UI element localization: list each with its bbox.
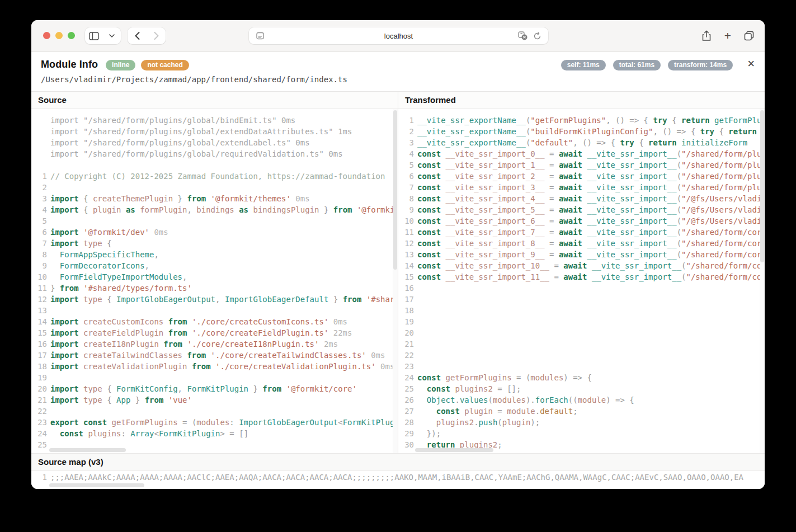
new-tab-button[interactable]: + [722,30,733,42]
status-badge: inline [106,60,135,70]
zoom-window-button[interactable] [68,32,75,39]
code-line: 12import type { ImportGlobEagerOutput, I… [31,294,398,305]
code-line: 25 const plugins2 = []; [398,383,765,394]
line-number: 1 [31,471,47,483]
line-number: 2 [398,126,414,137]
back-button[interactable] [128,27,147,44]
line-number: 17 [398,294,414,305]
module-metrics: self: 11mstotal: 61mstransform: 14ms [561,60,733,70]
code-line: 16import createI18nPlugin from './core/c… [31,338,398,350]
line-number: 7 [398,182,414,193]
sidebar-toggle-button[interactable] [85,27,121,44]
transformed-vertical-scrollbar-thumb[interactable] [760,110,764,262]
sidebar-icon [85,27,103,44]
code-line: 9const __vite_ssr_import_5__ = await __v… [398,204,765,215]
line-number: 16 [31,338,47,350]
line-number: 9 [398,204,414,215]
code-line: 13 [31,305,398,316]
code-line: 2 [31,182,398,193]
line-number: 9 [31,260,47,271]
code-line: 12const __vite_ssr_import_8__ = await __… [398,238,765,249]
code-line: 29 }); [398,428,765,439]
code-line: 6const __vite_ssr_import_2__ = await __v… [398,171,765,182]
minimize-window-button[interactable] [55,32,63,39]
tabs-icon [744,31,754,41]
line-number: 7 [31,238,47,249]
metric-pill: total: 61ms [613,60,661,70]
share-button[interactable] [701,30,712,42]
code-line: 21import type { App } from 'vue' [31,394,398,406]
line-number: 19 [398,316,414,327]
module-info-header: Module Info inlinenot cached self: 11mst… [31,52,765,84]
line-number: 18 [398,305,414,316]
code-line: 19 [31,372,398,383]
browser-window: localhost [31,20,765,489]
line-number: 23 [31,417,47,428]
code-line: 22 [31,406,398,417]
code-line: 1__vite_ssr_exportName__("getFormPlugins… [398,115,765,126]
sourcemap-mappings: ;;;AAEA;AAAkC;AAAA;AAAA;AAAA;AAClC;AAEA;… [50,473,743,482]
reload-icon [533,32,541,40]
line-number: 27 [398,406,414,417]
status-badge: not cached [141,60,189,70]
line-number: 13 [31,305,47,316]
transformed-panel: Transformed 1__vite_ssr_exportName__("ge… [398,92,765,453]
line-number: 1 [398,115,414,126]
source-vertical-scrollbar-thumb[interactable] [393,110,397,270]
line-number: 12 [31,294,47,305]
transformed-code: 1__vite_ssr_exportName__("getFormPlugins… [398,109,765,453]
line-number: 30 [398,439,414,450]
line-number: 26 [398,394,414,406]
line-number: 3 [398,137,414,148]
traffic-lights [43,32,75,39]
metric-pill: transform: 14ms [668,60,733,70]
line-number: 5 [398,159,414,171]
reload-button[interactable] [533,32,541,40]
line-number: 11 [31,283,47,294]
url-field[interactable]: localhost [249,27,548,44]
forward-button[interactable] [147,27,166,44]
line-number: 18 [31,361,47,372]
tab-overview-button[interactable] [743,30,755,42]
transformed-vertical-scrollbar[interactable] [760,109,765,453]
code-line: 5 [31,215,398,227]
code-line: 14import createCustomIcons from './core/… [31,316,398,327]
line-number: 3 [31,193,47,204]
line-number: 29 [398,428,414,439]
sourcemap-horizontal-scrollbar-thumb[interactable] [49,483,144,487]
code-line: 11const __vite_ssr_import_7__ = await __… [398,227,765,238]
code-line: 16 [398,283,765,294]
code-line: 28 plugins2.push(plugin); [398,417,765,428]
code-line: 8 FormAppSpecificTheme, [31,249,398,260]
source-map-title: Source map (v3) [31,453,765,471]
line-number: 24 [398,372,414,383]
code-line: 23export const getFormPlugins = (modules… [31,417,398,428]
close-window-button[interactable] [43,32,50,39]
back-icon [135,32,140,40]
close-button[interactable]: × [747,58,755,69]
code-line: 23 [398,361,765,372]
line-number: 6 [398,171,414,182]
code-line: 27 const plugin = module.default; [398,406,765,417]
translate-icon[interactable] [518,31,527,40]
code-line: import "/shared/form/plugins/global/requ… [31,148,398,159]
code-line: 21 [398,338,765,350]
metric-pill: self: 11ms [561,60,606,70]
code-line: 1// Copyright (C) 2012-2025 Zammad Found… [31,171,398,182]
line-number: 4 [31,204,47,215]
transformed-horizontal-scrollbar-thumb[interactable] [415,448,493,452]
source-vertical-scrollbar[interactable] [393,109,398,453]
code-panels: Source import "/shared/form/plugins/glob… [31,91,765,453]
code-line: 17import createTailwindClasses from './c… [31,350,398,361]
line-number: 20 [398,327,414,338]
code-line: 4import { plugin as formPlugin, bindings… [31,204,398,215]
code-line: 6import '@formkit/dev' 0ms [31,227,398,238]
line-number: 14 [31,316,47,327]
source-horizontal-scrollbar-thumb[interactable] [49,448,126,452]
code-line: 4const __vite_ssr_import_0__ = await __v… [398,148,765,159]
line-number: 6 [31,227,47,238]
line-number: 12 [398,238,414,249]
chevron-down-icon[interactable] [103,27,121,44]
line-number: 15 [31,327,47,338]
code-line: 20import type { FormKitConfig, FormKitPl… [31,383,398,394]
